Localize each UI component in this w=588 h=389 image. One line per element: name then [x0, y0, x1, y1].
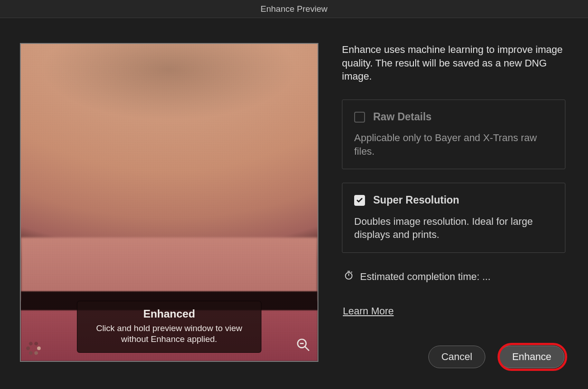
preview-image[interactable]: Enhanced Click and hold preview window t…: [20, 43, 318, 362]
enhance-button[interactable]: Enhance: [499, 346, 564, 368]
preview-overlay-sub: Click and hold preview window to view wi…: [85, 323, 253, 345]
raw-details-desc: Applicable only to Bayer and X-Trans raw…: [354, 131, 553, 158]
cancel-button[interactable]: Cancel: [428, 346, 485, 368]
preview-overlay-title: Enhanced: [85, 308, 253, 320]
estimate-label: Estimated completion time: ...: [360, 270, 491, 284]
svg-point-3: [346, 272, 352, 279]
estimate-row: Estimated completion time: ...: [344, 270, 565, 284]
super-resolution-label: Super Resolution: [373, 193, 459, 207]
svg-line-2: [305, 346, 309, 351]
raw-details-option: Raw Details Applicable only to Bayer and…: [342, 100, 565, 169]
zoom-out-icon[interactable]: [296, 337, 310, 352]
description-text: Enhance uses machine learning to improve…: [342, 43, 565, 83]
loading-spinner-icon: [25, 340, 42, 356]
window-title: Enhance Preview: [0, 0, 588, 18]
stopwatch-icon: [344, 270, 354, 284]
raw-details-label: Raw Details: [373, 110, 432, 124]
super-resolution-option: Super Resolution Doubles image resolutio…: [342, 183, 565, 252]
super-resolution-desc: Doubles image resolution. Ideal for larg…: [354, 215, 553, 242]
super-resolution-checkbox[interactable]: [354, 195, 365, 206]
learn-more-link[interactable]: Learn More: [343, 304, 394, 318]
raw-details-checkbox: [354, 112, 365, 123]
preview-overlay: Enhanced Click and hold preview window t…: [77, 301, 261, 353]
svg-line-6: [351, 272, 352, 273]
